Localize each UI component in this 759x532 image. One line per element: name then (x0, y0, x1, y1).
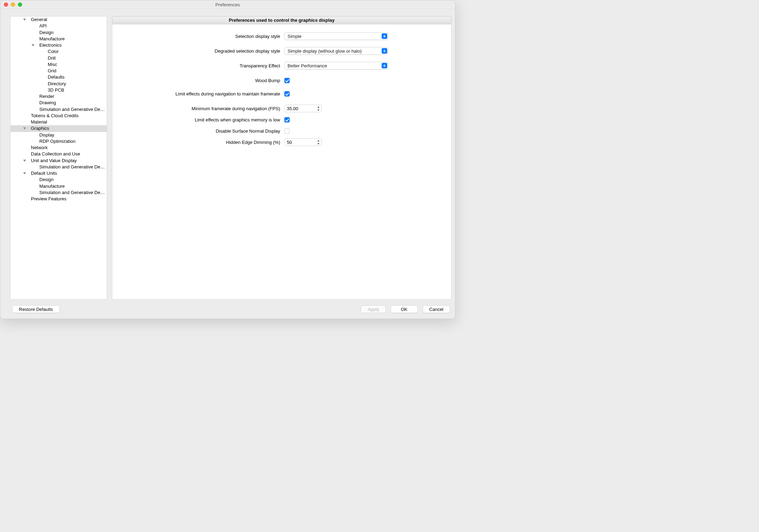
tree-item-label: Directory (48, 81, 66, 86)
tree-item[interactable]: Manufacture (11, 36, 107, 42)
tree-item-label: Preview Features (31, 196, 66, 201)
hidden-edge-spinner[interactable] (284, 138, 322, 146)
tree-item[interactable]: Defaults (11, 74, 107, 80)
updown-icon (382, 48, 387, 54)
selection-style-select[interactable]: Simple (284, 32, 388, 40)
tree-item[interactable]: Design (11, 177, 107, 183)
updown-icon (382, 33, 387, 39)
disable-normal-label: Disable Surface Normal Display (112, 128, 284, 134)
stepper-up-icon[interactable] (316, 105, 321, 108)
tree-item-label: General (31, 17, 47, 22)
min-fps-spinner[interactable] (284, 105, 322, 112)
apply-button[interactable]: Apply (361, 305, 386, 313)
preferences-window: Preferences GeneralAPIDesignManufactureE… (0, 0, 455, 319)
transparency-value: Better Performance (288, 63, 327, 68)
tree-item-label: Unit and Value Display (31, 158, 77, 163)
tree-item[interactable]: Graphics (11, 125, 107, 132)
tree-item[interactable]: Manufacture (11, 183, 107, 189)
disable-normal-checkbox[interactable] (284, 128, 290, 134)
chevron-down-icon[interactable] (23, 127, 26, 129)
cancel-button[interactable]: Cancel (423, 305, 450, 313)
preferences-tree[interactable]: GeneralAPIDesignManufactureElectronicsCo… (10, 16, 107, 300)
stepper-up-icon[interactable] (316, 139, 321, 142)
tree-item[interactable]: Unit and Value Display (11, 158, 107, 164)
degraded-style-select[interactable]: Simple display (without glow or halo) (284, 47, 388, 55)
tree-item-label: Default Units (31, 171, 57, 176)
hidden-edge-label: Hidden Edge Dimming (%) (112, 140, 284, 145)
tree-item[interactable]: Color (11, 48, 107, 55)
chevron-down-icon[interactable] (23, 172, 26, 174)
wood-bump-checkbox[interactable] (284, 78, 290, 83)
wood-bump-label: Wood Bump (112, 78, 284, 83)
tree-item[interactable]: 3D PCB (11, 87, 107, 93)
min-fps-input[interactable] (287, 106, 315, 111)
panel-title: Preferences used to control the graphics… (112, 16, 451, 24)
tree-item[interactable]: Default Units (11, 170, 107, 177)
transparency-select[interactable]: Better Performance (284, 62, 388, 69)
tree-item[interactable]: Design (11, 29, 107, 36)
tree-item[interactable]: Simulation and Generative Desi… (11, 106, 107, 113)
degraded-style-value: Simple display (without glow or halo) (288, 48, 362, 54)
transparency-label: Transparency Effect (112, 63, 284, 68)
tree-item[interactable]: Material (11, 119, 107, 125)
ok-button[interactable]: OK (391, 305, 418, 313)
tree-item-label: RDP Optimization (39, 139, 75, 144)
chevron-down-icon[interactable] (23, 19, 26, 21)
hidden-edge-input[interactable] (287, 140, 315, 145)
tree-item-label: Display (39, 132, 54, 138)
min-fps-label: Minimum framerate during navigation (FPS… (112, 106, 284, 111)
tree-item[interactable]: Electronics (11, 42, 107, 48)
degraded-style-label: Degraded selection display style (112, 48, 284, 54)
chevron-down-icon[interactable] (23, 160, 26, 162)
tree-item-label: Misc (48, 62, 57, 67)
tree-item[interactable]: Directory (11, 81, 107, 87)
tree-item[interactable]: Tokens & Cloud Credits (11, 113, 107, 119)
tree-item[interactable]: Display (11, 132, 107, 138)
tree-item-label: Graphics (31, 126, 49, 131)
tree-item[interactable]: Grid (11, 68, 107, 74)
tree-item[interactable]: Network (11, 145, 107, 151)
restore-defaults-button[interactable]: Restore Defaults (12, 305, 60, 313)
tree-item-label: Simulation and Generative Desi… (39, 190, 107, 195)
tree-item-label: Data Collection and Use (31, 151, 80, 157)
tree-item[interactable]: General (11, 16, 107, 23)
selection-style-label: Selection display style (112, 34, 284, 39)
window-title: Preferences (215, 2, 240, 7)
selection-style-value: Simple (288, 34, 302, 39)
tree-item-label: Network (31, 145, 48, 150)
limit-nav-label: Limit effects during navigation to maint… (112, 91, 284, 97)
tree-item[interactable]: Drill (11, 55, 107, 61)
tree-item[interactable]: API (11, 23, 107, 29)
tree-item-label: Manufacture (39, 36, 65, 41)
tree-item[interactable]: Misc (11, 61, 107, 68)
stepper-down-icon[interactable] (316, 142, 321, 145)
limit-mem-checkbox[interactable] (284, 117, 290, 122)
dialog-footer: Restore Defaults Apply OK Cancel (0, 300, 455, 319)
tree-item-label: Drawing (39, 100, 56, 105)
close-icon[interactable] (4, 2, 8, 7)
updown-icon (382, 63, 387, 68)
tree-item-label: Tokens & Cloud Credits (31, 113, 79, 118)
titlebar: Preferences (0, 0, 455, 9)
tree-item[interactable]: Preview Features (11, 196, 107, 202)
tree-item-label: Material (31, 119, 47, 125)
minimize-icon[interactable] (11, 2, 15, 7)
chevron-down-icon[interactable] (32, 44, 34, 46)
limit-mem-label: Limit effects when graphics memory is lo… (112, 117, 284, 122)
tree-item[interactable]: Simulation and Generative Desi… (11, 189, 107, 196)
limit-nav-checkbox[interactable] (284, 91, 290, 97)
tree-item[interactable]: Data Collection and Use (11, 151, 107, 157)
tree-item[interactable]: RDP Optimization (11, 138, 107, 145)
tree-item-label: 3D PCB (48, 87, 64, 93)
tree-item-label: API (39, 23, 47, 28)
window-controls (4, 2, 22, 7)
tree-item[interactable]: Render (11, 93, 107, 100)
tree-item-label: Electronics (39, 42, 62, 48)
tree-item-label: Design (39, 30, 53, 35)
tree-item[interactable]: Drawing (11, 100, 107, 106)
tree-item-label: Simulation and Generative Desi… (39, 107, 107, 112)
stepper-down-icon[interactable] (316, 108, 321, 112)
tree-item[interactable]: Simulation and Generative Desi… (11, 164, 107, 170)
tree-item-label: Color (48, 49, 59, 54)
zoom-icon[interactable] (18, 2, 22, 7)
